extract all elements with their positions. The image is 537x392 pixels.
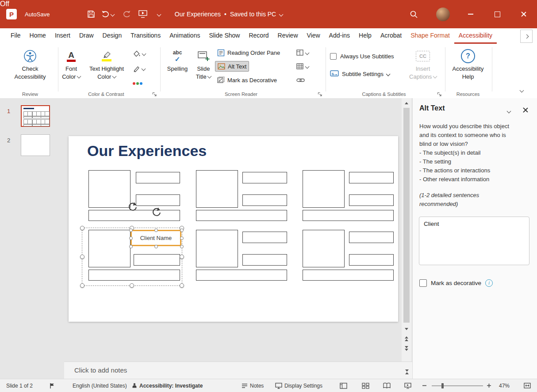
tab-transitions[interactable]: Transitions [126, 28, 165, 44]
tab-file[interactable]: File [6, 28, 25, 44]
textbox-handle[interactable] [129, 236, 133, 240]
display-settings-button[interactable]: Display Settings [275, 379, 322, 392]
placeholder-box[interactable] [242, 254, 287, 266]
tab-review[interactable]: Review [273, 28, 303, 44]
collapse-ribbon-button[interactable] [520, 87, 523, 95]
placeholder-box[interactable] [349, 172, 394, 183]
selection-handle[interactable] [80, 255, 84, 259]
tab-view[interactable]: View [303, 28, 325, 44]
notes-pane[interactable]: Click to add notes [64, 362, 412, 379]
reading-order-pane-button[interactable]: Reading Order Pane [215, 47, 282, 58]
vertical-scrollbar[interactable] [402, 98, 411, 362]
color-contrast-dialog-launcher[interactable] [152, 91, 157, 95]
textbox-handle[interactable] [180, 236, 184, 240]
placeholder-box[interactable] [136, 172, 180, 183]
slide-layout-button[interactable] [296, 47, 309, 58]
zoom-level[interactable]: 47% [499, 379, 510, 392]
scrollbar-thumb[interactable] [403, 108, 410, 323]
placeholder-box[interactable] [303, 170, 345, 208]
textbox-handle[interactable] [154, 245, 158, 248]
placeholder-box[interactable] [303, 230, 345, 267]
placeholder-box[interactable] [303, 270, 394, 281]
placeholder-box[interactable] [196, 170, 238, 208]
shape-outline-button[interactable] [133, 63, 145, 74]
placeholder-box[interactable] [196, 230, 238, 267]
color-contrast-checker-button[interactable] [133, 78, 142, 89]
link-button[interactable] [296, 75, 305, 85]
tab-help[interactable]: Help [354, 28, 376, 44]
fit-slide-button[interactable] [524, 379, 531, 392]
spelling-button[interactable]: abc ✓ Spelling [165, 47, 190, 89]
normal-view-button[interactable] [340, 379, 347, 392]
tab-add-ins[interactable]: Add-ins [325, 28, 354, 44]
tab-acrobat[interactable]: Acrobat [376, 28, 406, 44]
avatar[interactable] [436, 8, 450, 21]
tab-shape-format[interactable]: Shape Format [406, 28, 454, 44]
placeholder-box[interactable] [349, 232, 394, 243]
rotate-handle-icon[interactable] [151, 207, 162, 217]
placeholder-box[interactable] [136, 194, 180, 206]
tab-animations[interactable]: Animations [165, 28, 204, 44]
alt-text-button[interactable]: Alt Text [215, 61, 249, 72]
shape-fill-button[interactable] [133, 48, 146, 59]
captions-dialog-launcher[interactable] [437, 91, 442, 95]
slide-thumbnail-1[interactable] [21, 105, 50, 127]
selection-handle[interactable] [180, 255, 184, 259]
zoom-out-button[interactable] [422, 379, 427, 392]
textbox-handle[interactable] [129, 245, 133, 248]
accessibility-help-button[interactable]: ? Accessibility Help [447, 47, 489, 89]
selected-textbox-client-name[interactable]: Client Name [130, 230, 181, 246]
placeholder-box[interactable] [303, 210, 394, 221]
slide-indicator[interactable]: Slide 1 of 2 [6, 379, 33, 392]
next-slide-button[interactable] [402, 345, 411, 352]
textbox-handle[interactable] [180, 245, 184, 248]
accessibility-status-button[interactable]: Accessibility: Investigate [132, 379, 203, 392]
slide-show-view-button[interactable] [404, 379, 411, 392]
document-title-area[interactable]: Our Experiences • Saved to this PC [122, 0, 336, 28]
language-button[interactable]: English (United States) [73, 379, 127, 392]
pane-options-button[interactable] [504, 106, 514, 116]
tab-slide-show[interactable]: Slide Show [204, 28, 244, 44]
tab-home[interactable]: Home [25, 28, 50, 44]
undo-button[interactable] [101, 0, 114, 28]
reading-view-button[interactable] [383, 379, 391, 392]
pane-close-button[interactable] [521, 105, 530, 115]
minimize-button[interactable] [462, 0, 479, 28]
placeholder-box[interactable] [242, 172, 287, 183]
zoom-slider-thumb[interactable] [441, 383, 444, 388]
placeholder-box[interactable] [196, 210, 287, 221]
selection-handle[interactable] [80, 226, 84, 230]
tab-insert[interactable]: Insert [50, 28, 75, 44]
selection-handle[interactable] [180, 283, 184, 288]
placeholder-box[interactable] [242, 194, 287, 206]
placeholder-box[interactable] [349, 194, 394, 206]
alt-text-input[interactable]: Client [419, 217, 529, 265]
textbox-handle[interactable] [129, 228, 133, 232]
table-button[interactable] [296, 61, 309, 72]
placeholder-box[interactable] [196, 270, 287, 281]
tab-draw[interactable]: Draw [75, 28, 98, 44]
previous-slide-button[interactable] [402, 335, 411, 342]
info-icon[interactable]: i [485, 279, 493, 287]
tab-design[interactable]: Design [98, 28, 127, 44]
save-button[interactable] [85, 0, 97, 28]
scrollbar-up-button[interactable] [402, 99, 411, 107]
always-use-subtitles-checkbox[interactable]: Always Use Subtitles [330, 51, 394, 61]
textbox-handle[interactable] [154, 228, 158, 232]
placeholder-box[interactable] [88, 170, 130, 208]
slide-title-text[interactable]: Our Experiences [87, 142, 207, 160]
slide-sorter-view-button[interactable] [362, 379, 369, 392]
textbox-handle[interactable] [180, 228, 184, 232]
zoom-in-button[interactable] [487, 379, 491, 392]
maximize-button[interactable] [488, 0, 506, 28]
screen-reader-dialog-launcher[interactable] [318, 91, 322, 95]
tab-accessibility[interactable]: Accessibility [454, 28, 497, 44]
mark-as-decorative-button[interactable]: Mark as Decorative [215, 75, 279, 85]
notes-placeholder[interactable]: Click to add notes [74, 366, 127, 374]
mark-decorative-checkbox[interactable] [419, 279, 427, 287]
tab-record[interactable]: Record [244, 28, 273, 44]
check-accessibility-button[interactable]: Check Accessibility [7, 47, 53, 89]
notes-toggle-button[interactable]: Notes [242, 379, 264, 392]
subtitle-settings-button[interactable]: Subtitle Settings [330, 69, 390, 79]
selection-handle[interactable] [130, 283, 134, 288]
